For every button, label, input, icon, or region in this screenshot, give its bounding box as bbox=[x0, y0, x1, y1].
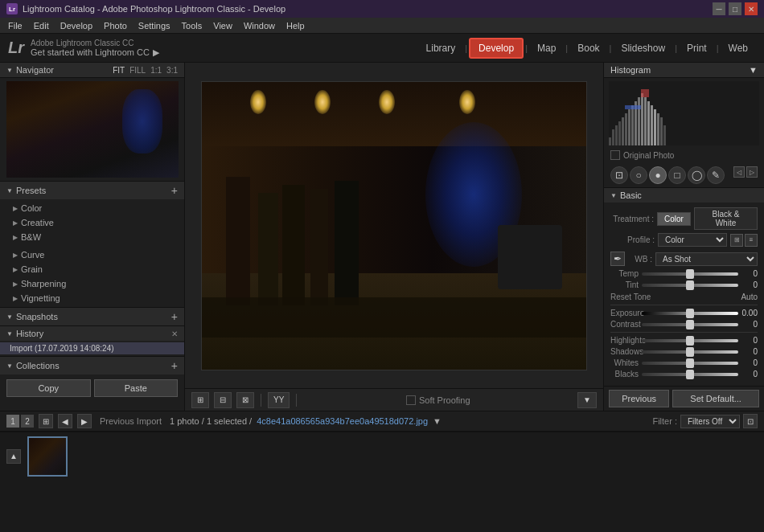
tint-slider[interactable] bbox=[642, 284, 738, 287]
nav-library[interactable]: Library bbox=[418, 39, 464, 57]
shadows-slider[interactable] bbox=[642, 350, 738, 354]
adjustment-brush-icon[interactable]: ✎ bbox=[707, 166, 725, 184]
navigator-preview[interactable] bbox=[6, 81, 179, 178]
filter-select[interactable]: Filters Off bbox=[680, 415, 740, 428]
basic-header[interactable]: ▼ Basic bbox=[604, 188, 764, 203]
wb-select[interactable]: As Shot bbox=[655, 252, 758, 266]
nav-prev-btn[interactable]: ◀ bbox=[58, 414, 72, 428]
soft-proofing-checkbox[interactable] bbox=[406, 395, 416, 405]
preset-creative-header[interactable]: ▶ Creative bbox=[10, 217, 175, 228]
auto-btn[interactable]: Auto bbox=[741, 293, 758, 301]
close-button[interactable]: ✕ bbox=[745, 2, 758, 15]
exposure-thumb[interactable] bbox=[686, 309, 694, 318]
radial-filter-icon[interactable]: ◯ bbox=[688, 166, 705, 184]
snapshots-header[interactable]: ▼ Snapshots + bbox=[0, 308, 184, 325]
shadows-thumb[interactable] bbox=[686, 347, 694, 357]
preset-color-header[interactable]: ▶ Color bbox=[10, 203, 175, 214]
menu-view[interactable]: View bbox=[208, 19, 237, 32]
page-1[interactable]: 1 bbox=[6, 415, 19, 428]
eyedropper-icon[interactable]: ✒ bbox=[610, 252, 625, 266]
compare-view-btn[interactable]: ⊠ bbox=[236, 392, 254, 408]
bw-treatment-btn[interactable]: Black & White bbox=[694, 207, 758, 230]
history-header[interactable]: ▼ History ✕ bbox=[0, 326, 184, 341]
filename-label[interactable]: 4c8e41a086565a934b7ee0a49518d072.jpg bbox=[257, 416, 428, 426]
preset-bw-header[interactable]: ▶ B&W bbox=[10, 231, 175, 243]
menu-file[interactable]: File bbox=[3, 19, 27, 32]
paste-button[interactable]: Paste bbox=[94, 379, 179, 397]
copy-button[interactable]: Copy bbox=[6, 379, 91, 397]
list-view-icon[interactable]: ≡ bbox=[745, 234, 758, 247]
nav-next-btn[interactable]: ▶ bbox=[77, 414, 92, 428]
page-2[interactable]: 2 bbox=[21, 415, 34, 428]
menu-settings[interactable]: Settings bbox=[133, 19, 175, 32]
blacks-thumb[interactable] bbox=[686, 370, 694, 379]
preset-grain-header[interactable]: ▶ Grain bbox=[10, 264, 175, 275]
contrast-slider[interactable] bbox=[642, 323, 738, 326]
filmstrip-collapse-btn[interactable]: ▲ bbox=[6, 449, 21, 464]
zoom-3-1[interactable]: 3:1 bbox=[166, 66, 178, 75]
nav-web[interactable]: Web bbox=[721, 39, 756, 57]
preset-curve-header[interactable]: ▶ Curve bbox=[10, 249, 175, 260]
preset-vignetting-header[interactable]: ▶ Vignetting bbox=[10, 293, 175, 304]
nav-map[interactable]: Map bbox=[529, 39, 564, 57]
temp-slider[interactable] bbox=[642, 272, 738, 276]
menu-help[interactable]: Help bbox=[281, 19, 310, 32]
collections-header[interactable]: ▼ Collections + bbox=[0, 357, 184, 374]
spot-removal-icon[interactable]: ○ bbox=[630, 166, 647, 184]
nav-book[interactable]: Book bbox=[569, 39, 607, 57]
whites-slider[interactable] bbox=[642, 362, 738, 365]
filter-options-btn[interactable]: ⊡ bbox=[743, 414, 758, 428]
gradient-filter-icon[interactable]: □ bbox=[668, 166, 686, 184]
image-area[interactable] bbox=[185, 63, 603, 388]
collections-add-icon[interactable]: + bbox=[171, 359, 178, 372]
grid-view-btn[interactable]: ⊞ bbox=[39, 414, 53, 428]
crop-tool-btn[interactable]: ⊞ bbox=[191, 392, 209, 408]
history-item[interactable]: Import (17.07.2019 14:08:24) bbox=[0, 342, 184, 354]
tint-thumb[interactable] bbox=[686, 280, 694, 290]
red-eye-icon[interactable]: ● bbox=[649, 166, 667, 184]
nav-develop[interactable]: Develop bbox=[469, 38, 524, 59]
menu-photo[interactable]: Photo bbox=[99, 19, 132, 32]
menu-tools[interactable]: Tools bbox=[177, 19, 207, 32]
zoom-fit[interactable]: FIT bbox=[113, 66, 125, 75]
presets-add-icon[interactable]: + bbox=[171, 184, 178, 197]
previous-button[interactable]: Previous bbox=[609, 390, 669, 407]
highlight-clipping-btn[interactable]: ▷ bbox=[746, 166, 758, 178]
highlights-thumb[interactable] bbox=[686, 336, 694, 346]
soft-proofing-toggle[interactable]: Soft Proofing bbox=[406, 395, 470, 405]
profile-select[interactable]: Color bbox=[658, 233, 727, 247]
presets-header[interactable]: ▼ Presets + bbox=[0, 182, 184, 199]
shadow-clipping-btn[interactable]: ◁ bbox=[733, 166, 745, 178]
nav-slideshow[interactable]: Slideshow bbox=[613, 39, 673, 57]
menu-window[interactable]: Window bbox=[239, 19, 280, 32]
brand-bottom-text[interactable]: Get started with Lightroom CC ▶ bbox=[31, 47, 159, 58]
filmstrip-thumbnail[interactable] bbox=[27, 436, 68, 477]
zoom-1-1[interactable]: 1:1 bbox=[150, 66, 162, 75]
nav-print[interactable]: Print bbox=[679, 39, 715, 57]
histogram-expand-icon[interactable]: ▼ bbox=[749, 65, 758, 75]
snapshots-add-icon[interactable]: + bbox=[171, 310, 178, 323]
temp-thumb[interactable] bbox=[686, 269, 694, 279]
preset-sharpening-header[interactable]: ▶ Sharpening bbox=[10, 278, 175, 289]
original-photo-checkbox[interactable] bbox=[610, 150, 620, 160]
zoom-fill[interactable]: FILL bbox=[129, 66, 146, 75]
dropdown-arrow[interactable]: ▼ bbox=[433, 416, 442, 426]
whites-thumb[interactable] bbox=[686, 358, 694, 368]
minimize-button[interactable]: ─ bbox=[713, 2, 725, 15]
window-controls[interactable]: ─ □ ✕ bbox=[713, 2, 758, 15]
flags-btn[interactable]: YY bbox=[268, 392, 290, 408]
menu-develop[interactable]: Develop bbox=[55, 19, 97, 32]
blacks-slider[interactable] bbox=[642, 373, 738, 376]
highlights-slider[interactable] bbox=[642, 339, 738, 342]
grid-view-icon[interactable]: ⊞ bbox=[730, 234, 743, 247]
contrast-thumb[interactable] bbox=[686, 320, 694, 329]
maximize-button[interactable]: □ bbox=[729, 2, 741, 15]
menu-edit[interactable]: Edit bbox=[29, 19, 54, 32]
view-options-btn[interactable]: ▼ bbox=[577, 392, 597, 408]
grid-view-btn[interactable]: ⊟ bbox=[214, 392, 232, 408]
crop-icon[interactable]: ⊡ bbox=[610, 166, 628, 184]
color-treatment-btn[interactable]: Color bbox=[657, 212, 691, 226]
exposure-slider[interactable] bbox=[642, 312, 738, 315]
history-clear-icon[interactable]: ✕ bbox=[171, 329, 178, 338]
set-default-button[interactable]: Set Default... bbox=[672, 390, 759, 407]
